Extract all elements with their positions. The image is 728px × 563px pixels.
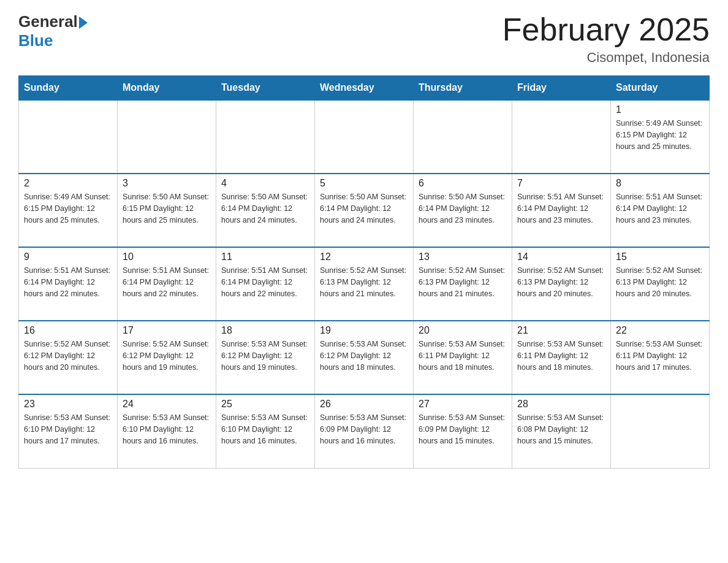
day-number: 20 xyxy=(419,325,507,336)
calendar-cell: 26Sunrise: 5:53 AM Sunset: 6:09 PM Dayli… xyxy=(315,394,414,468)
logo: General Blue xyxy=(18,12,88,50)
day-number: 18 xyxy=(221,325,309,336)
col-monday: Monday xyxy=(118,76,216,101)
calendar-cell xyxy=(19,100,118,174)
day-number: 22 xyxy=(616,325,704,336)
calendar-header: Sunday Monday Tuesday Wednesday Thursday… xyxy=(19,76,710,101)
day-info: Sunrise: 5:51 AM Sunset: 6:14 PM Dayligh… xyxy=(123,265,211,299)
day-number: 1 xyxy=(616,104,704,115)
calendar-cell: 25Sunrise: 5:53 AM Sunset: 6:10 PM Dayli… xyxy=(216,394,315,468)
page-header: General Blue February 2025 Cisompet, Ind… xyxy=(18,12,710,66)
day-info: Sunrise: 5:52 AM Sunset: 6:12 PM Dayligh… xyxy=(123,339,211,373)
calendar-week-4: 16Sunrise: 5:52 AM Sunset: 6:12 PM Dayli… xyxy=(19,321,710,394)
logo-blue-text: Blue xyxy=(18,31,53,50)
calendar-cell: 2Sunrise: 5:49 AM Sunset: 6:15 PM Daylig… xyxy=(19,174,118,247)
calendar-cell: 16Sunrise: 5:52 AM Sunset: 6:12 PM Dayli… xyxy=(19,321,118,394)
day-info: Sunrise: 5:51 AM Sunset: 6:14 PM Dayligh… xyxy=(616,191,704,226)
calendar-cell: 19Sunrise: 5:53 AM Sunset: 6:12 PM Dayli… xyxy=(315,321,414,394)
calendar-week-3: 9Sunrise: 5:51 AM Sunset: 6:14 PM Daylig… xyxy=(19,247,710,321)
calendar-cell: 13Sunrise: 5:52 AM Sunset: 6:13 PM Dayli… xyxy=(414,247,512,321)
day-number: 11 xyxy=(221,251,309,262)
col-sunday: Sunday xyxy=(19,76,118,101)
calendar-cell: 22Sunrise: 5:53 AM Sunset: 6:11 PM Dayli… xyxy=(611,321,710,394)
col-friday: Friday xyxy=(512,76,611,101)
calendar-cell xyxy=(512,100,611,174)
day-number: 7 xyxy=(517,178,605,189)
day-number: 10 xyxy=(123,251,211,262)
day-info: Sunrise: 5:49 AM Sunset: 6:15 PM Dayligh… xyxy=(24,191,112,226)
day-info: Sunrise: 5:49 AM Sunset: 6:15 PM Dayligh… xyxy=(616,118,704,152)
day-info: Sunrise: 5:50 AM Sunset: 6:14 PM Dayligh… xyxy=(320,191,408,226)
day-info: Sunrise: 5:50 AM Sunset: 6:14 PM Dayligh… xyxy=(221,191,309,226)
calendar-cell xyxy=(315,100,414,174)
day-info: Sunrise: 5:53 AM Sunset: 6:10 PM Dayligh… xyxy=(24,412,112,446)
calendar: Sunday Monday Tuesday Wednesday Thursday… xyxy=(18,75,710,469)
calendar-week-5: 23Sunrise: 5:53 AM Sunset: 6:10 PM Dayli… xyxy=(19,394,710,468)
calendar-cell: 6Sunrise: 5:50 AM Sunset: 6:14 PM Daylig… xyxy=(414,174,512,247)
day-info: Sunrise: 5:53 AM Sunset: 6:08 PM Dayligh… xyxy=(517,412,605,446)
day-info: Sunrise: 5:51 AM Sunset: 6:14 PM Dayligh… xyxy=(221,265,309,299)
calendar-cell: 24Sunrise: 5:53 AM Sunset: 6:10 PM Dayli… xyxy=(118,394,216,468)
day-info: Sunrise: 5:53 AM Sunset: 6:12 PM Dayligh… xyxy=(221,339,309,373)
calendar-cell: 3Sunrise: 5:50 AM Sunset: 6:15 PM Daylig… xyxy=(118,174,216,247)
calendar-cell xyxy=(118,100,216,174)
calendar-cell xyxy=(611,394,710,468)
location: Cisompet, Indonesia xyxy=(502,50,710,66)
day-number: 9 xyxy=(24,251,112,262)
calendar-cell: 23Sunrise: 5:53 AM Sunset: 6:10 PM Dayli… xyxy=(19,394,118,468)
day-number: 27 xyxy=(419,399,507,410)
day-number: 12 xyxy=(320,251,408,262)
day-number: 4 xyxy=(221,178,309,189)
day-number: 28 xyxy=(517,399,605,410)
calendar-body: 1Sunrise: 5:49 AM Sunset: 6:15 PM Daylig… xyxy=(19,100,710,468)
day-number: 3 xyxy=(123,178,211,189)
calendar-cell: 8Sunrise: 5:51 AM Sunset: 6:14 PM Daylig… xyxy=(611,174,710,247)
day-info: Sunrise: 5:50 AM Sunset: 6:14 PM Dayligh… xyxy=(419,191,507,226)
col-thursday: Thursday xyxy=(414,76,512,101)
col-tuesday: Tuesday xyxy=(216,76,315,101)
day-number: 13 xyxy=(419,251,507,262)
day-info: Sunrise: 5:53 AM Sunset: 6:11 PM Dayligh… xyxy=(419,339,507,373)
day-info: Sunrise: 5:53 AM Sunset: 6:09 PM Dayligh… xyxy=(320,412,408,446)
calendar-cell: 21Sunrise: 5:53 AM Sunset: 6:11 PM Dayli… xyxy=(512,321,611,394)
day-info: Sunrise: 5:53 AM Sunset: 6:10 PM Dayligh… xyxy=(123,412,211,446)
day-info: Sunrise: 5:52 AM Sunset: 6:13 PM Dayligh… xyxy=(517,265,605,299)
col-saturday: Saturday xyxy=(611,76,710,101)
day-info: Sunrise: 5:53 AM Sunset: 6:11 PM Dayligh… xyxy=(517,339,605,373)
calendar-cell: 17Sunrise: 5:52 AM Sunset: 6:12 PM Dayli… xyxy=(118,321,216,394)
day-info: Sunrise: 5:51 AM Sunset: 6:14 PM Dayligh… xyxy=(24,265,112,299)
day-info: Sunrise: 5:50 AM Sunset: 6:15 PM Dayligh… xyxy=(123,191,211,226)
calendar-cell: 5Sunrise: 5:50 AM Sunset: 6:14 PM Daylig… xyxy=(315,174,414,247)
calendar-week-1: 1Sunrise: 5:49 AM Sunset: 6:15 PM Daylig… xyxy=(19,100,710,174)
day-info: Sunrise: 5:52 AM Sunset: 6:12 PM Dayligh… xyxy=(24,339,112,373)
calendar-cell: 10Sunrise: 5:51 AM Sunset: 6:14 PM Dayli… xyxy=(118,247,216,321)
day-number: 21 xyxy=(517,325,605,336)
header-row: Sunday Monday Tuesday Wednesday Thursday… xyxy=(19,76,710,101)
day-info: Sunrise: 5:53 AM Sunset: 6:10 PM Dayligh… xyxy=(221,412,309,446)
day-info: Sunrise: 5:51 AM Sunset: 6:14 PM Dayligh… xyxy=(517,191,605,226)
day-number: 19 xyxy=(320,325,408,336)
day-number: 8 xyxy=(616,178,704,189)
day-number: 14 xyxy=(517,251,605,262)
calendar-week-2: 2Sunrise: 5:49 AM Sunset: 6:15 PM Daylig… xyxy=(19,174,710,247)
calendar-cell: 27Sunrise: 5:53 AM Sunset: 6:09 PM Dayli… xyxy=(414,394,512,468)
day-number: 15 xyxy=(616,251,704,262)
day-info: Sunrise: 5:53 AM Sunset: 6:11 PM Dayligh… xyxy=(616,339,704,373)
day-info: Sunrise: 5:53 AM Sunset: 6:09 PM Dayligh… xyxy=(419,412,507,446)
logo-triangle-icon xyxy=(79,17,88,29)
calendar-cell: 4Sunrise: 5:50 AM Sunset: 6:14 PM Daylig… xyxy=(216,174,315,247)
day-number: 2 xyxy=(24,178,112,189)
day-info: Sunrise: 5:53 AM Sunset: 6:12 PM Dayligh… xyxy=(320,339,408,373)
calendar-cell: 28Sunrise: 5:53 AM Sunset: 6:08 PM Dayli… xyxy=(512,394,611,468)
month-title: February 2025 xyxy=(502,12,710,47)
day-number: 5 xyxy=(320,178,408,189)
calendar-cell xyxy=(216,100,315,174)
calendar-cell: 14Sunrise: 5:52 AM Sunset: 6:13 PM Dayli… xyxy=(512,247,611,321)
day-info: Sunrise: 5:52 AM Sunset: 6:13 PM Dayligh… xyxy=(616,265,704,299)
calendar-cell: 12Sunrise: 5:52 AM Sunset: 6:13 PM Dayli… xyxy=(315,247,414,321)
day-number: 23 xyxy=(24,399,112,410)
calendar-cell xyxy=(414,100,512,174)
day-number: 26 xyxy=(320,399,408,410)
calendar-cell: 11Sunrise: 5:51 AM Sunset: 6:14 PM Dayli… xyxy=(216,247,315,321)
logo-general-text: General xyxy=(18,12,78,31)
